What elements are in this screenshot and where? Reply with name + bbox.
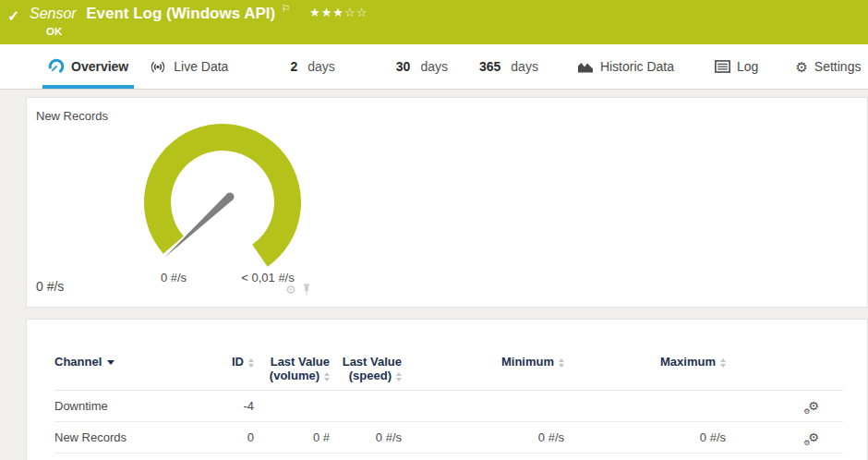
channel-settings-icon[interactable]: ⚙⚙ [808,430,819,444]
tab-30-days-number: 30 [396,59,411,74]
tab-settings[interactable]: ⚙ Settings [790,44,866,89]
volume-header-line2: (volume) [270,369,319,382]
gauge-current-value: 0 #/s [36,279,64,294]
tab-2-days-unit: days [307,59,335,74]
column-header-id[interactable]: ID [211,342,254,391]
table-header-row: Channel ID Last Value(volume) Last Value… [54,342,843,391]
sort-icon [396,372,402,381]
panel-gear-icon[interactable]: ⚙ [285,284,296,296]
channel-table-panel: Channel ID Last Value(volume) Last Value… [26,319,868,460]
ok-check-icon: ✓ [7,7,19,25]
channel-name: New Records [54,422,211,454]
tab-365-days-number: 365 [479,59,500,74]
tab-log[interactable]: Log [709,44,764,89]
gear-icon: ⚙ [795,60,807,74]
sensor-title-line: Sensor Event Log (Windows API) ⚐ ★★★☆☆ [30,5,368,23]
tab-live-data[interactable]: Live Data [143,44,234,89]
speed-header-line1: Last Value [343,355,402,369]
channel-last-volume: 0 # [254,422,330,454]
sensor-name: Event Log (Windows API) [86,5,275,22]
channel-actions: ⚙⚙ [726,391,843,422]
flag-icon[interactable]: ⚐ [282,3,291,14]
tab-30-days-unit: days [420,59,448,74]
channel-minimum [402,391,564,422]
content-area: New Records 0 #/s < 0,01 #/s 0 #/s ⚙ [0,91,868,460]
sort-icon [720,358,726,368]
pin-icon[interactable] [302,284,311,296]
channel-minimum: 0 #/s [402,422,564,454]
column-header-channel[interactable]: Channel [54,342,211,391]
maximum-header-label: Maximum [660,355,716,369]
gauge-panel: New Records 0 #/s < 0,01 #/s 0 #/s ⚙ [26,97,868,308]
stars-filled: ★★★ [309,6,344,19]
tab-2-days-number: 2 [290,59,297,74]
sort-icon [559,358,564,368]
sort-desc-icon [107,360,115,365]
column-header-maximum[interactable]: Maximum [564,342,726,391]
channel-actions: ⚙⚙ [726,422,843,454]
channel-last-speed: 0 #/s [330,422,402,454]
gauge-icon [48,58,65,75]
channel-header-label: Channel [54,355,102,369]
tab-2-days[interactable]: 2 days [284,44,340,89]
gauge-panel-tools: ⚙ [285,284,311,296]
column-header-last-value-speed[interactable]: Last Value(speed) [330,342,402,391]
tab-settings-label: Settings [814,59,862,74]
tab-log-label: Log [737,59,758,74]
prtg-sensor-page: ✓ Sensor Event Log (Windows API) ⚐ ★★★☆☆… [0,0,868,460]
channel-maximum: 0 #/s [564,422,726,454]
gauge-title: New Records [36,109,108,123]
table-row: New Records 0 0 # 0 #/s 0 #/s 0 #/s ⚙⚙ [54,422,843,454]
column-header-last-value-volume[interactable]: Last Value(volume) [254,342,330,391]
channel-last-volume [254,391,330,422]
id-header-label: ID [232,355,244,369]
minimum-header-label: Minimum [501,355,554,369]
column-header-minimum[interactable]: Minimum [402,342,564,391]
live-data-icon [149,60,167,74]
channel-name: Downtime [54,391,211,422]
sort-icon [248,358,254,368]
channel-last-speed [330,391,402,422]
area-chart-icon [577,60,594,74]
tab-historic-data[interactable]: Historic Data [572,44,680,89]
channel-settings-icon[interactable]: ⚙⚙ [808,399,819,413]
tab-historic-data-label: Historic Data [600,59,674,74]
sensor-tabbar: Overview Live Data 2 days 30 days 365 da… [0,44,868,90]
channel-id: 0 [211,422,254,454]
table-row: Downtime -4 ⚙⚙ [54,391,843,422]
volume-header-line1: Last Value [271,355,330,369]
status-badge: OK [46,26,62,37]
gauge-min-label: 0 #/s [161,271,187,284]
sensor-header: ✓ Sensor Event Log (Windows API) ⚐ ★★★☆☆… [0,0,868,44]
tab-30-days[interactable]: 30 days [391,44,453,89]
speed-header-line2: (speed) [349,369,392,382]
tab-live-data-label: Live Data [174,59,228,74]
tab-overview-label: Overview [71,59,128,74]
tab-365-days[interactable]: 365 days [474,44,544,89]
channel-maximum [564,391,726,422]
log-icon [715,60,730,73]
stars-empty: ☆☆ [344,6,368,19]
gauge-arc [144,124,301,267]
channel-table: Channel ID Last Value(volume) Last Value… [54,342,843,454]
sort-icon [324,372,330,381]
tab-overview[interactable]: Overview [42,44,134,89]
column-header-actions [726,342,843,391]
gauge-chart [139,122,315,272]
sensor-type-label: Sensor [30,6,77,21]
channel-id: -4 [211,391,254,422]
priority-stars[interactable]: ★★★☆☆ [309,6,368,19]
tab-365-days-unit: days [511,59,538,74]
